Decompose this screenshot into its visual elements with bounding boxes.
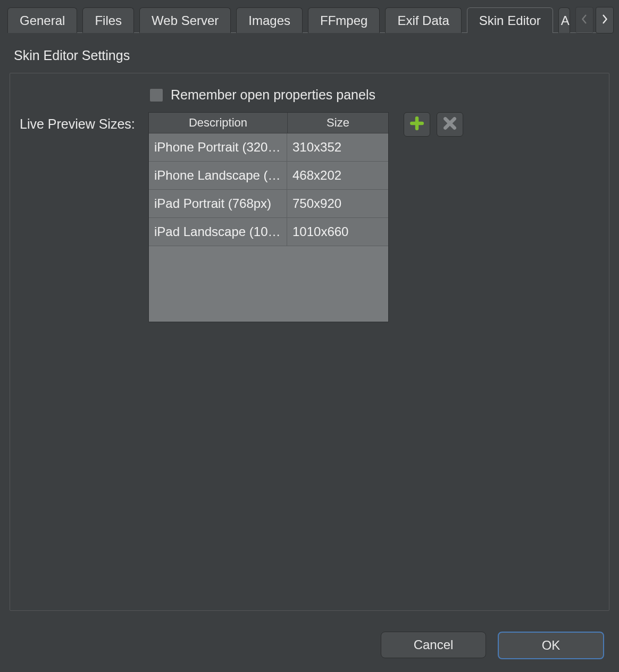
add-row-button[interactable] [404, 112, 430, 137]
tab-scroller [575, 7, 614, 33]
tab-images[interactable]: Images [236, 7, 303, 33]
cell-description: iPad Landscape (1024px) [149, 218, 287, 246]
remove-row-button[interactable] [437, 112, 463, 137]
chevron-right-icon [601, 14, 608, 27]
tab-ffmpeg[interactable]: FFmpeg [308, 7, 380, 33]
section-title: Skin Editor Settings [14, 48, 612, 63]
tab-files[interactable]: Files [82, 7, 134, 33]
remember-panels-row: Remember open properties panels [149, 87, 599, 103]
remember-panels-label: Remember open properties panels [171, 87, 375, 103]
tab-scroll-left-button[interactable] [575, 7, 593, 33]
col-description[interactable]: Description [149, 113, 288, 133]
plus-icon [410, 116, 424, 132]
cell-size: 468x202 [287, 162, 388, 189]
settings-group: Remember open properties panels Live Pre… [10, 73, 609, 611]
dialog-footer: Cancel OK [381, 632, 604, 659]
cancel-button[interactable]: Cancel [381, 632, 486, 658]
tab-scroll-right-button[interactable] [596, 7, 614, 33]
preview-sizes-table[interactable]: Description Size iPhone Portrait (320px)… [148, 112, 389, 322]
live-preview-row: Live Preview Sizes: Description Size iPh… [20, 112, 599, 322]
tab-exif-data[interactable]: Exif Data [385, 7, 461, 33]
tab-web-server[interactable]: Web Server [139, 7, 231, 33]
tab-overflow[interactable]: A [558, 7, 570, 33]
ok-button[interactable]: OK [498, 632, 604, 659]
settings-window: General Files Web Server Images FFmpeg E… [0, 0, 619, 672]
close-icon [443, 116, 457, 132]
cell-description: iPhone Landscape (480px) [149, 162, 287, 189]
table-row[interactable]: iPhone Landscape (480px) 468x202 [149, 162, 388, 190]
remember-panels-checkbox[interactable] [149, 88, 163, 102]
col-size[interactable]: Size [288, 113, 388, 133]
tab-general[interactable]: General [7, 7, 77, 33]
live-preview-label: Live Preview Sizes: [20, 112, 141, 132]
tab-bar: General Files Web Server Images FFmpeg E… [7, 7, 612, 33]
cell-size: 1010x660 [287, 218, 388, 246]
table-header: Description Size [149, 113, 388, 133]
cell-description: iPhone Portrait (320px) [149, 133, 287, 161]
cell-size: 310x352 [287, 133, 388, 161]
table-row[interactable]: iPad Portrait (768px) 750x920 [149, 190, 388, 218]
table-row[interactable]: iPad Landscape (1024px) 1010x660 [149, 218, 388, 246]
tab-skin-editor[interactable]: Skin Editor [467, 7, 553, 33]
cell-size: 750x920 [287, 190, 388, 217]
table-row[interactable]: iPhone Portrait (320px) 310x352 [149, 133, 388, 162]
row-action-buttons [404, 112, 463, 137]
cell-description: iPad Portrait (768px) [149, 190, 287, 217]
chevron-left-icon [581, 14, 588, 27]
